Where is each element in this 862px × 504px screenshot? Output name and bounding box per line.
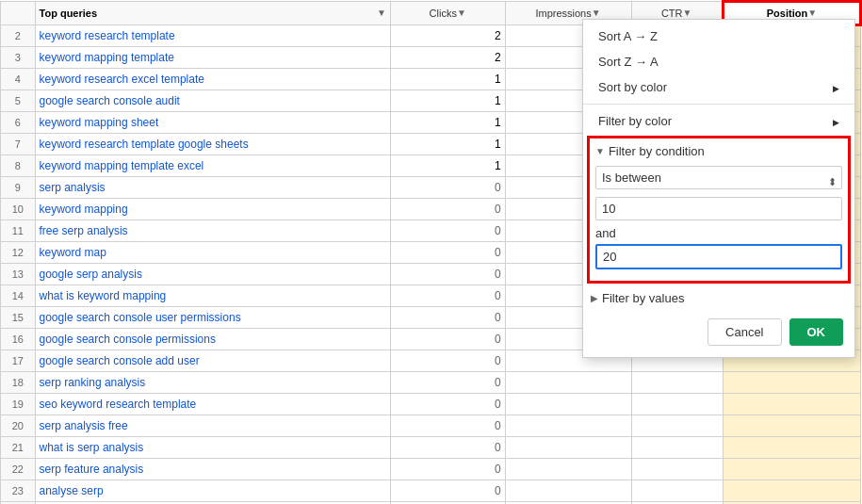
ctr-cell xyxy=(631,415,723,437)
clicks-cell: 0 xyxy=(390,307,505,329)
col-a-label: Top queries xyxy=(40,5,98,22)
clicks-cell: 0 xyxy=(390,264,505,285)
position-cell xyxy=(723,459,860,480)
col-a-filter-icon[interactable]: ▼ xyxy=(377,5,386,22)
query-cell[interactable]: keyword research template google sheets xyxy=(35,134,390,155)
and-label: and xyxy=(595,226,842,240)
cancel-button[interactable]: Cancel xyxy=(707,318,781,346)
clicks-cell: 0 xyxy=(390,437,505,459)
impressions-cell xyxy=(505,415,631,437)
condition-from-input[interactable] xyxy=(595,197,842,220)
table-row: 21what is serp analysis0 xyxy=(1,437,861,459)
sort-by-color-item[interactable]: Sort by color xyxy=(583,74,854,100)
rownum-header xyxy=(1,2,36,25)
row-number: 22 xyxy=(1,459,36,480)
position-cell xyxy=(723,372,860,394)
clicks-cell: 0 xyxy=(390,220,505,242)
table-row: 20serp analysis free0 xyxy=(1,415,861,437)
sort-a-z-item[interactable]: Sort A → Z xyxy=(583,24,854,49)
menu-divider-1 xyxy=(583,104,854,105)
query-cell[interactable]: google search console permissions xyxy=(35,329,390,350)
query-cell[interactable]: keyword research template xyxy=(35,25,390,47)
filter-by-values-section[interactable]: ▶ Filter by values xyxy=(583,285,854,311)
row-number: 15 xyxy=(1,307,36,329)
filter-dropdown: Sort A → Z Sort Z → A Sort by color Filt… xyxy=(582,19,855,358)
condition-chevron-down: ▼ xyxy=(595,146,605,156)
clicks-cell: 1 xyxy=(390,155,505,177)
query-cell[interactable]: google search console user permissions xyxy=(35,307,390,329)
query-cell[interactable]: keyword mapping sheet xyxy=(35,112,390,134)
position-cell xyxy=(723,437,860,459)
clicks-cell: 0 xyxy=(390,372,505,394)
position-cell xyxy=(723,415,860,437)
dialog-button-row: Cancel OK xyxy=(583,311,854,353)
query-cell[interactable]: keyword map xyxy=(35,242,390,264)
sort-by-color-chevron xyxy=(833,80,839,94)
clicks-cell: 1 xyxy=(390,112,505,134)
clicks-cell: 0 xyxy=(390,177,505,199)
query-cell[interactable]: serp analysis free xyxy=(35,415,390,437)
row-number: 6 xyxy=(1,112,36,134)
query-cell[interactable]: free serp analysis xyxy=(35,220,390,242)
ok-button[interactable]: OK xyxy=(789,318,844,346)
query-cell[interactable]: keyword research excel template xyxy=(35,69,390,90)
row-number: 2 xyxy=(1,25,36,47)
filter-by-condition-header[interactable]: ▼ Filter by condition xyxy=(595,144,842,158)
query-cell[interactable]: serp analysis xyxy=(35,177,390,199)
clicks-cell: 0 xyxy=(390,242,505,264)
filter-values-chevron: ▶ xyxy=(591,293,598,303)
row-number: 14 xyxy=(1,285,36,307)
clicks-cell: 0 xyxy=(390,480,505,502)
row-number: 4 xyxy=(1,69,36,90)
col-a-header: Top queries ▼ xyxy=(35,2,390,25)
query-cell[interactable]: serp feature analysis xyxy=(35,459,390,480)
table-row: 19seo keyword research template0 xyxy=(1,394,861,415)
ctr-cell xyxy=(631,372,723,394)
row-number: 21 xyxy=(1,437,36,459)
impressions-cell xyxy=(505,437,631,459)
row-number: 7 xyxy=(1,134,36,155)
from-value-wrapper xyxy=(595,197,842,220)
row-number: 5 xyxy=(1,90,36,112)
query-cell[interactable]: keyword mapping template excel xyxy=(35,155,390,177)
clicks-cell: 0 xyxy=(390,415,505,437)
filter-by-color-item[interactable]: Filter by color xyxy=(583,108,854,134)
col-b-filter-icon[interactable]: ▼ xyxy=(457,5,466,22)
query-cell[interactable]: google serp analysis xyxy=(35,264,390,285)
query-cell[interactable]: what is serp analysis xyxy=(35,437,390,459)
query-cell[interactable]: keyword mapping xyxy=(35,199,390,220)
clicks-cell: 0 xyxy=(390,285,505,307)
query-cell[interactable]: keyword mapping template xyxy=(35,47,390,69)
condition-to-input[interactable] xyxy=(595,244,842,269)
ctr-cell xyxy=(631,459,723,480)
col-b-label: Clicks xyxy=(430,5,457,22)
condition-select-wrapper: NoneIs emptyIs not emptyText containsTex… xyxy=(595,166,842,197)
query-cell[interactable]: seo keyword research template xyxy=(35,394,390,415)
position-cell xyxy=(723,480,860,502)
table-row: 23analyse serp0 xyxy=(1,480,861,502)
query-cell[interactable]: serp ranking analysis xyxy=(35,372,390,394)
query-cell[interactable]: google search console add user xyxy=(35,350,390,372)
query-cell[interactable]: analyse serp xyxy=(35,480,390,502)
row-number: 20 xyxy=(1,415,36,437)
clicks-cell: 1 xyxy=(390,69,505,90)
row-number: 16 xyxy=(1,329,36,350)
query-cell[interactable]: what is keyword mapping xyxy=(35,285,390,307)
sort-z-a-item[interactable]: Sort Z → A xyxy=(583,49,854,74)
clicks-cell: 1 xyxy=(390,90,505,112)
query-cell[interactable]: google search console audit xyxy=(35,90,390,112)
clicks-cell: 0 xyxy=(390,329,505,350)
table-row: 18serp ranking analysis0 xyxy=(1,372,861,394)
row-number: 18 xyxy=(1,372,36,394)
impressions-cell xyxy=(505,394,631,415)
to-value-wrapper xyxy=(595,244,842,269)
filter-by-color-chevron xyxy=(833,114,839,128)
row-number: 23 xyxy=(1,480,36,502)
clicks-cell: 0 xyxy=(390,459,505,480)
condition-type-select[interactable]: NoneIs emptyIs not emptyText containsTex… xyxy=(595,166,842,189)
impressions-cell xyxy=(505,372,631,394)
ctr-cell xyxy=(631,394,723,415)
row-number: 17 xyxy=(1,350,36,372)
clicks-cell: 0 xyxy=(390,199,505,220)
filter-by-values-label: Filter by values xyxy=(602,291,684,305)
